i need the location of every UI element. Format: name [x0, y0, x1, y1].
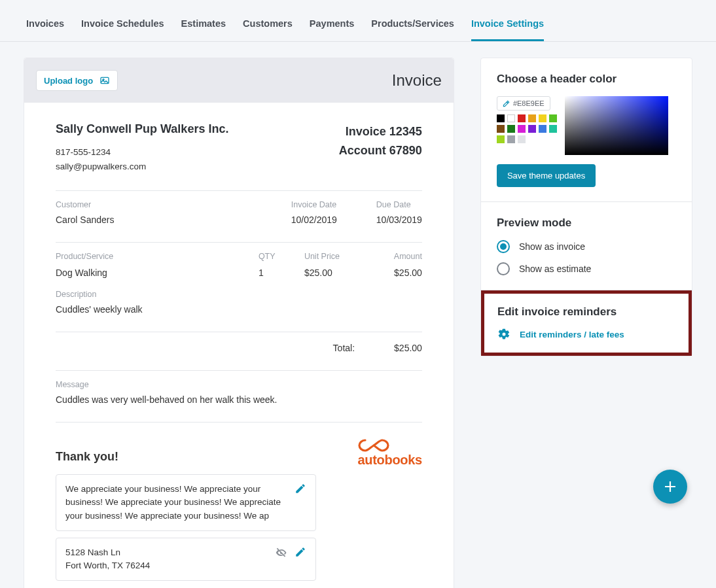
address-line1: 5128 Nash Ln — [65, 546, 150, 559]
line-amount: $25.00 — [363, 268, 422, 278]
line-product: Dog Walking — [56, 268, 259, 278]
swatch-grid — [497, 114, 557, 143]
tab-payments[interactable]: Payments — [310, 13, 355, 41]
edit-reminders-label: Edit reminders / late fees — [520, 330, 624, 339]
eye-off-icon[interactable] — [275, 546, 288, 559]
tab-customers[interactable]: Customers — [243, 13, 293, 41]
hex-value: #E8E9EE — [513, 99, 545, 107]
tab-products-services[interactable]: Products/Services — [371, 13, 454, 41]
description-label: Description — [56, 290, 422, 299]
tab-invoices[interactable]: Invoices — [26, 13, 64, 41]
preview-invoice-label: Show as invoice — [519, 241, 585, 252]
swatch[interactable] — [528, 114, 536, 122]
invoice-date-label: Invoice Date — [291, 200, 337, 209]
tab-estimates[interactable]: Estimates — [181, 13, 226, 41]
swatch[interactable] — [518, 114, 526, 122]
due-date-label: Due Date — [376, 200, 422, 209]
header-color-heading: Choose a header color — [497, 73, 676, 86]
business-phone: 817-555-1234 — [56, 145, 228, 160]
pencil-icon[interactable] — [295, 546, 306, 558]
swatch[interactable] — [507, 125, 515, 133]
settings-panel: Choose a header color #E8E9EE — [480, 58, 692, 356]
pencil-icon[interactable] — [295, 483, 306, 494]
image-icon — [99, 75, 110, 86]
infinity-icon — [357, 438, 390, 453]
swatch[interactable] — [497, 125, 505, 133]
col-product: Product/Service — [56, 252, 259, 261]
swatch[interactable] — [497, 114, 505, 122]
col-unit: Unit Price — [304, 252, 363, 261]
appreciation-note-card: We appreciate your business! We apprecia… — [56, 474, 316, 531]
total-value: $25.00 — [394, 343, 422, 353]
swatch[interactable] — [528, 125, 536, 133]
invoice-number: Invoice 12345 — [339, 122, 422, 141]
address-card: 5128 Nash Ln Fort Worth, TX 76244 — [56, 538, 316, 581]
business-email: sally@pupwalkers.com — [56, 160, 228, 174]
swatch[interactable] — [497, 135, 505, 143]
account-number: Account 67890 — [339, 141, 422, 160]
description-value: Cuddles' weekly walk — [56, 304, 422, 315]
invoice-title: Invoice — [392, 71, 442, 90]
tab-invoice-settings[interactable]: Invoice Settings — [471, 13, 544, 41]
swatch[interactable] — [518, 135, 526, 143]
preview-estimate-label: Show as estimate — [519, 264, 592, 274]
swatch[interactable] — [539, 114, 546, 122]
swatch[interactable] — [549, 114, 557, 122]
appreciation-note-text: We appreciate your business! We apprecia… — [65, 483, 287, 523]
due-date: 10/03/2019 — [376, 215, 422, 225]
color-gradient-picker[interactable] — [565, 96, 668, 155]
tab-bar: Invoices Invoice Schedules Estimates Cus… — [0, 0, 716, 42]
col-qty: QTY — [259, 252, 304, 261]
business-name: Sally Conwell Pup Walkers Inc. — [56, 122, 228, 136]
thankyou-heading: Thank you! — [56, 450, 316, 464]
line-qty: 1 — [259, 268, 304, 278]
save-theme-button[interactable]: Save theme updates — [497, 164, 596, 187]
line-unit: $25.00 — [304, 268, 363, 278]
eyedropper-icon — [503, 100, 510, 107]
radio-icon — [497, 262, 510, 275]
invoice-preview: Upload logo Invoice Sally Conwell Pup Wa… — [24, 58, 454, 588]
preview-invoice-radio[interactable]: Show as invoice — [497, 240, 676, 253]
message-label: Message — [56, 380, 422, 389]
address-line2: Fort Worth, TX 76244 — [65, 559, 150, 572]
total-label: Total: — [333, 343, 355, 353]
customer-label: Customer — [56, 200, 252, 209]
swatch[interactable] — [507, 135, 515, 143]
autobooks-logo: autobooks — [357, 438, 421, 468]
invoice-date: 10/02/2019 — [291, 215, 337, 225]
swatch[interactable] — [518, 125, 526, 133]
message-value: Cuddles was very well-behaved on her wal… — [56, 394, 422, 405]
autobooks-wordmark: autobooks — [357, 453, 421, 468]
swatch[interactable] — [539, 125, 546, 133]
edit-reminders-section: Edit invoice reminders Edit reminders / … — [481, 290, 692, 356]
upload-logo-button[interactable]: Upload logo — [36, 70, 118, 91]
upload-logo-label: Upload logo — [44, 76, 93, 86]
hex-input[interactable]: #E8E9EE — [497, 96, 550, 111]
swatch[interactable] — [549, 125, 557, 133]
preview-estimate-radio[interactable]: Show as estimate — [497, 262, 676, 275]
gear-icon — [497, 328, 510, 341]
col-amount: Amount — [363, 252, 422, 261]
swatch[interactable] — [507, 114, 515, 122]
tab-invoice-schedules[interactable]: Invoice Schedules — [81, 13, 164, 41]
radio-icon — [497, 240, 510, 253]
add-fab-button[interactable] — [653, 470, 687, 504]
customer-name: Carol Sanders — [56, 215, 252, 225]
preview-mode-heading: Preview mode — [497, 216, 676, 230]
edit-reminders-link[interactable]: Edit reminders / late fees — [497, 328, 675, 341]
plus-icon — [662, 479, 678, 494]
reminders-heading: Edit invoice reminders — [497, 305, 675, 319]
